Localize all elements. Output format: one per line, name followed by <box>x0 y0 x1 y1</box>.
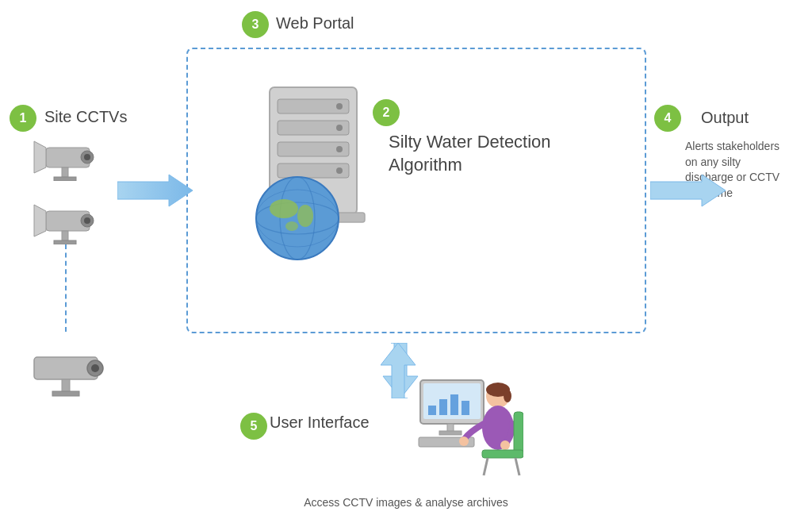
svg-rect-54 <box>482 450 523 458</box>
svg-rect-5 <box>54 177 76 181</box>
algorithm-text: Silty Water Detection Algorithm <box>389 131 551 176</box>
svg-marker-18 <box>650 175 726 206</box>
svg-marker-17 <box>117 175 193 206</box>
arrow-portal-to-output <box>650 171 726 210</box>
bottom-caption: Access CCTV images & analyse archives <box>304 496 508 509</box>
svg-rect-40 <box>428 406 436 415</box>
web-portal-label: Web Portal <box>276 14 354 33</box>
svg-line-55 <box>484 458 488 475</box>
user-interface-label: User Interface <box>270 413 370 432</box>
svg-rect-16 <box>52 391 79 396</box>
dashed-connector <box>65 244 67 332</box>
svg-point-49 <box>504 390 511 402</box>
user-computer-icon <box>412 372 523 483</box>
cctv-camera-3 <box>30 341 125 397</box>
svg-point-27 <box>336 167 343 174</box>
svg-marker-1 <box>34 141 46 173</box>
site-cctvs-label: Site CCTVs <box>44 108 127 126</box>
svg-rect-41 <box>439 399 447 415</box>
svg-point-23 <box>336 125 343 131</box>
badge-1: 1 <box>10 105 36 132</box>
svg-rect-45 <box>439 431 462 435</box>
server-globe-icon <box>222 79 396 262</box>
svg-point-34 <box>297 205 313 227</box>
svg-rect-42 <box>450 394 458 415</box>
svg-point-3 <box>84 154 90 160</box>
cctv-camera-2 <box>30 197 109 244</box>
cctv-camera-1 <box>30 133 109 181</box>
svg-point-14 <box>91 364 99 372</box>
arrow-cctv-to-portal <box>117 171 193 210</box>
svg-point-51 <box>459 436 469 446</box>
svg-point-25 <box>336 146 343 152</box>
svg-rect-43 <box>462 401 469 415</box>
svg-rect-53 <box>514 412 523 456</box>
diagram-container: 3 Web Portal 1 Site CCTVs 2 Silty Water … <box>0 0 812 523</box>
badge-3: 3 <box>242 11 269 38</box>
svg-point-35 <box>285 221 298 231</box>
svg-line-56 <box>515 458 519 475</box>
svg-point-21 <box>336 103 343 110</box>
svg-point-52 <box>500 440 510 450</box>
svg-marker-7 <box>34 205 46 237</box>
badge-5: 5 <box>240 413 267 440</box>
badge-4: 4 <box>654 105 681 132</box>
svg-marker-37 <box>381 343 416 398</box>
output-label: Output <box>701 109 749 127</box>
svg-point-33 <box>270 199 298 218</box>
svg-point-9 <box>84 217 90 224</box>
